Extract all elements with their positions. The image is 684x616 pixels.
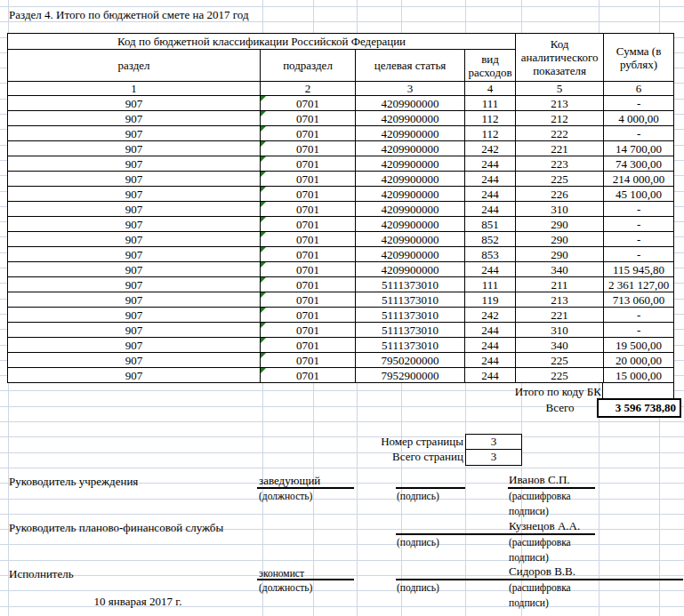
cell-sum[interactable]: - <box>604 232 674 247</box>
cell-podrazdel[interactable]: 0701 <box>261 277 356 292</box>
cell-target[interactable]: 4209900000 <box>356 126 465 141</box>
cell-sum[interactable]: 4 000,00 <box>604 111 674 126</box>
cell-sum[interactable]: 15 000,00 <box>604 368 674 383</box>
cell-razdel[interactable]: 907 <box>8 247 261 262</box>
header-bk-classification[interactable]: Код по бюджетной классификации Российско… <box>8 34 516 50</box>
cell-vid[interactable]: 112 <box>465 111 516 126</box>
cell-vid[interactable]: 242 <box>465 308 516 323</box>
cell-razdel[interactable]: 907 <box>8 202 261 217</box>
cell-podrazdel[interactable]: 0701 <box>261 156 356 172</box>
cell-razdel[interactable]: 907 <box>8 156 261 172</box>
cell-razdel[interactable]: 907 <box>8 338 261 353</box>
cell-analytic[interactable]: 290 <box>516 217 604 232</box>
cell-analytic[interactable]: 213 <box>516 292 604 308</box>
cell-razdel[interactable]: 907 <box>8 96 261 111</box>
cell-vid[interactable]: 244 <box>465 323 516 338</box>
cell-vid[interactable]: 119 <box>465 292 516 308</box>
cell-vid[interactable]: 244 <box>465 187 516 202</box>
cell-analytic[interactable]: 221 <box>516 141 604 156</box>
cell-analytic[interactable]: 290 <box>516 232 604 247</box>
cell-target[interactable]: 4209900000 <box>356 202 465 217</box>
cell-vid[interactable]: 244 <box>465 172 516 187</box>
cell-analytic[interactable]: 211 <box>516 277 604 292</box>
cell-target[interactable]: 4209900000 <box>356 96 465 111</box>
cell-podrazdel[interactable]: 0701 <box>261 217 356 232</box>
cell-target[interactable]: 5111373010 <box>356 292 465 308</box>
cell-target[interactable]: 5111373010 <box>356 338 465 353</box>
cell-sum[interactable]: 45 100,00 <box>604 187 674 202</box>
cell-analytic[interactable]: 223 <box>516 156 604 172</box>
cell-sum[interactable]: 713 060,00 <box>604 292 674 308</box>
cell-razdel[interactable]: 907 <box>8 126 261 141</box>
cell-razdel[interactable]: 907 <box>8 141 261 156</box>
header-sum[interactable]: Сумма (в рублях) <box>604 34 674 82</box>
cell-sum[interactable]: 2 361 127,00 <box>604 277 674 292</box>
cell-target[interactable]: 7950200000 <box>356 353 465 368</box>
cell-vid[interactable]: 242 <box>465 141 516 156</box>
cell-vid[interactable]: 111 <box>465 277 516 292</box>
cell-target[interactable]: 4209900000 <box>356 247 465 262</box>
header-podrazdel[interactable]: подраздел <box>261 50 356 82</box>
cell-podrazdel[interactable]: 0701 <box>261 202 356 217</box>
cell-podrazdel[interactable]: 0701 <box>261 187 356 202</box>
header-col-number[interactable]: 2 <box>261 82 356 96</box>
cell-analytic[interactable]: 221 <box>516 308 604 323</box>
cell-target[interactable]: 5111373010 <box>356 308 465 323</box>
cell-analytic[interactable]: 213 <box>516 96 604 111</box>
cell-podrazdel[interactable]: 0701 <box>261 368 356 383</box>
cell-sum[interactable]: - <box>604 308 674 323</box>
cell-vid[interactable]: 244 <box>465 262 516 277</box>
itogo-bk-empty-cell[interactable] <box>602 383 674 398</box>
header-razdel[interactable]: раздел <box>8 50 261 82</box>
cell-analytic[interactable]: 225 <box>516 172 604 187</box>
cell-target[interactable]: 4209900000 <box>356 141 465 156</box>
cell-analytic[interactable]: 290 <box>516 247 604 262</box>
cell-target[interactable]: 4209900000 <box>356 232 465 247</box>
header-analytic-code[interactable]: Код аналитического показателя <box>516 34 604 82</box>
cell-razdel[interactable]: 907 <box>8 308 261 323</box>
header-target-article[interactable]: целевая статья <box>356 50 465 82</box>
cell-razdel[interactable]: 907 <box>8 217 261 232</box>
cell-sum[interactable]: - <box>604 247 674 262</box>
cell-sum[interactable]: - <box>604 202 674 217</box>
cell-podrazdel[interactable]: 0701 <box>261 247 356 262</box>
cell-razdel[interactable]: 907 <box>8 292 261 308</box>
cell-vid[interactable]: 853 <box>465 247 516 262</box>
cell-razdel[interactable]: 907 <box>8 172 261 187</box>
cell-vid[interactable]: 244 <box>465 353 516 368</box>
cell-analytic[interactable]: 212 <box>516 111 604 126</box>
pages-total-value[interactable]: 3 <box>466 450 521 464</box>
cell-analytic[interactable]: 225 <box>516 368 604 383</box>
cell-analytic[interactable]: 340 <box>516 338 604 353</box>
header-col-number[interactable]: 3 <box>356 82 465 96</box>
header-col-number[interactable]: 4 <box>465 82 516 96</box>
cell-podrazdel[interactable]: 0701 <box>261 262 356 277</box>
cell-razdel[interactable]: 907 <box>8 262 261 277</box>
cell-razdel[interactable]: 907 <box>8 187 261 202</box>
cell-sum[interactable]: 14 700,00 <box>604 141 674 156</box>
cell-analytic[interactable]: 310 <box>516 202 604 217</box>
cell-vid[interactable]: 112 <box>465 126 516 141</box>
cell-podrazdel[interactable]: 0701 <box>261 232 356 247</box>
cell-razdel[interactable]: 907 <box>8 277 261 292</box>
cell-podrazdel[interactable]: 0701 <box>261 323 356 338</box>
header-vid-rashodov[interactable]: вид расходов <box>465 50 516 82</box>
cell-vid[interactable]: 244 <box>465 338 516 353</box>
cell-sum[interactable]: - <box>604 323 674 338</box>
cell-vid[interactable]: 852 <box>465 232 516 247</box>
cell-analytic[interactable]: 222 <box>516 126 604 141</box>
cell-razdel[interactable]: 907 <box>8 368 261 383</box>
cell-target[interactable]: 5111373010 <box>356 277 465 292</box>
cell-target[interactable]: 4209900000 <box>356 217 465 232</box>
cell-vid[interactable]: 111 <box>465 96 516 111</box>
cell-razdel[interactable]: 907 <box>8 353 261 368</box>
vsego-total-cell[interactable]: 3 596 738,80 <box>597 398 681 418</box>
header-col-number[interactable]: 1 <box>8 82 261 96</box>
cell-podrazdel[interactable]: 0701 <box>261 338 356 353</box>
cell-target[interactable]: 4209900000 <box>356 262 465 277</box>
cell-sum[interactable]: - <box>604 217 674 232</box>
header-col-number[interactable]: 6 <box>604 82 674 96</box>
cell-vid[interactable]: 244 <box>465 156 516 172</box>
cell-sum[interactable]: 74 300,00 <box>604 156 674 172</box>
cell-sum[interactable]: 214 000,00 <box>604 172 674 187</box>
